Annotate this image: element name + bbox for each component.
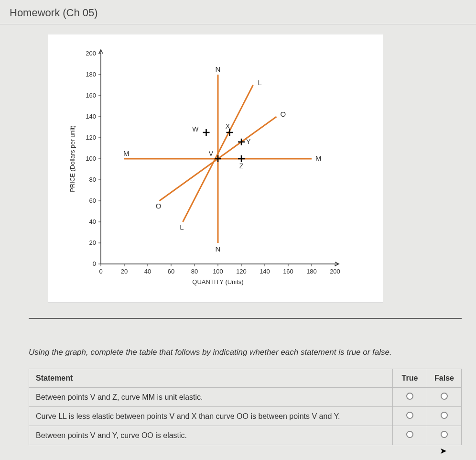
svg-text:40: 40 [89,218,96,225]
graph-panel: 0204060801001201401601802000204060801001… [48,34,383,303]
content-area: 0204060801001201401601802000204060801001… [0,24,476,460]
svg-text:160: 160 [86,92,96,99]
svg-text:W: W [192,125,199,133]
svg-text:M: M [315,154,322,162]
svg-text:0: 0 [93,260,96,267]
svg-text:80: 80 [191,268,198,275]
radio-false[interactable] [441,412,448,419]
svg-text:200: 200 [86,50,96,57]
svg-text:200: 200 [330,268,340,275]
cell-true [393,426,427,445]
radio-true[interactable] [406,431,413,438]
svg-text:20: 20 [89,239,96,246]
col-false: False [427,369,462,388]
svg-text:O: O [156,202,162,210]
svg-text:120: 120 [86,134,96,141]
col-true: True [393,369,427,388]
svg-text:60: 60 [168,268,174,275]
radio-true[interactable] [406,412,413,419]
svg-text:100: 100 [213,268,223,275]
table-row: Between points V and Z, curve MM is unit… [29,388,462,407]
col-statement: Statement [29,369,393,388]
radio-false[interactable] [441,393,448,400]
svg-text:N: N [216,245,221,253]
svg-text:180: 180 [306,268,317,275]
statement-text: Curve LL is less elastic between points … [29,407,393,426]
svg-text:Y: Y [246,138,251,145]
svg-text:N: N [216,65,221,73]
svg-text:L: L [180,223,184,231]
cell-true [393,407,427,426]
svg-text:140: 140 [86,113,96,120]
svg-text:40: 40 [144,268,151,275]
statement-text: Between points V and Z, curve MM is unit… [29,388,393,407]
page-title: Homework (Ch 05) [0,0,476,24]
cell-false [427,388,462,407]
cell-false [427,426,462,445]
table-row: Curve LL is less elastic between points … [29,407,462,426]
radio-true[interactable] [406,393,413,400]
svg-text:60: 60 [89,197,96,204]
section-divider [29,318,462,319]
svg-text:QUANTITY (Units): QUANTITY (Units) [192,278,243,285]
svg-text:PRICE (Dollars per unit): PRICE (Dollars per unit) [69,125,76,192]
svg-text:X: X [226,122,230,130]
cell-true [393,388,427,407]
svg-text:0: 0 [99,268,102,275]
svg-text:L: L [258,78,262,87]
svg-text:O: O [281,110,286,118]
svg-text:Z: Z [239,162,244,170]
statement-text: Between points V and Y, curve OO is elas… [29,426,393,445]
radio-false[interactable] [441,431,448,438]
table-row: Between points V and Y, curve OO is elas… [29,426,462,445]
svg-text:180: 180 [86,71,96,78]
svg-text:160: 160 [283,268,293,275]
instructions-text: Using the graph, complete the table that… [29,348,462,357]
svg-text:20: 20 [121,268,128,275]
statements-table: Statement True False Between points V an… [29,369,462,445]
svg-text:80: 80 [89,176,96,183]
svg-text:120: 120 [236,268,247,275]
svg-text:V: V [209,150,214,157]
svg-text:M: M [123,149,130,157]
cell-false [427,407,462,426]
svg-text:140: 140 [260,268,270,275]
elasticity-graph: 0204060801001201401601802000204060801001… [58,44,364,293]
cursor-icon: ➤ [440,446,447,456]
svg-text:100: 100 [86,155,96,162]
